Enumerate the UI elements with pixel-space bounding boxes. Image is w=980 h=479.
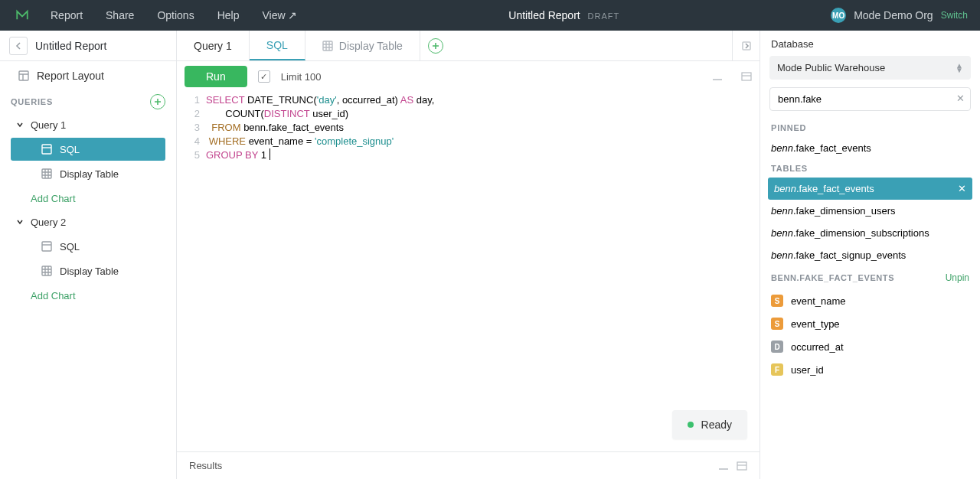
report-title[interactable]: Untitled Report [508,9,580,21]
toggle-panel-button[interactable] [732,31,760,60]
report-layout-label: Report Layout [37,70,165,82]
chevron-down-icon [15,120,24,129]
limit-checkbox[interactable]: ✓ [258,70,270,83]
top-menu: Report Share Options Help View ↗ [44,9,297,21]
line-gutter: 12345 [177,92,206,451]
svg-rect-6 [743,42,750,50]
column-item[interactable]: Sevent_type [760,312,980,335]
query-row[interactable]: Query 1 [0,113,176,136]
minimize-icon[interactable] [718,462,729,470]
sidebar-title-row: Untitled Report [0,31,176,61]
svg-rect-8 [737,462,746,470]
tab-query-1[interactable]: Query 1 [177,31,250,60]
table-item[interactable]: benn.fake_fact_signup_events [760,244,980,266]
unpin-link[interactable]: Unpin [946,272,969,283]
org-area: MO Mode Demo Org Switch [831,8,980,23]
column-item[interactable]: Sevent_name [760,289,980,312]
status-chip: Ready [672,410,747,439]
switch-org-link[interactable]: Switch [941,10,968,21]
svg-rect-0 [19,71,28,80]
query-name: Query 2 [31,217,66,228]
query-name: Query 1 [31,119,66,131]
database-value: Mode Public Warehouse [777,62,885,73]
schema-panel: Database Mode Public Warehouse ▲▼ ✕ PINN… [760,31,980,479]
panel-icon[interactable] [741,72,752,81]
logo[interactable] [0,8,44,22]
chevron-down-icon [15,217,24,226]
report-layout-row[interactable]: Report Layout [0,61,176,90]
code-area[interactable]: SELECT DATE_TRUNC('day', occurred_at) AS… [206,92,760,451]
clear-search-button[interactable]: ✕ [956,93,965,104]
updown-icon: ▲▼ [956,64,963,73]
type-badge: D [771,341,783,353]
menu-report[interactable]: Report [51,9,83,21]
menu-options[interactable]: Options [157,9,194,21]
status-dot-icon [688,422,694,428]
queries-label: QUERIES [11,97,53,106]
svg-rect-2 [42,169,51,178]
table-icon [322,41,333,51]
topbar: Report Share Options Help View ↗ Untitle… [0,0,980,31]
column-name: event_name [791,295,846,307]
table-item[interactable]: benn.fake_dimension_subscriptions [760,222,980,244]
type-badge: F [771,363,783,376]
code-line[interactable]: COUNT(DISTINCT user_id) [206,107,760,121]
menu-share[interactable]: Share [106,9,134,21]
svg-rect-3 [42,242,51,251]
add-chart-button[interactable]: Add Chart [0,187,176,210]
panel-icon[interactable] [737,461,747,471]
table-item[interactable]: benn.fake_fact_events [760,137,980,159]
org-avatar[interactable]: MO [831,8,846,23]
menu-help[interactable]: Help [217,9,240,21]
plus-icon [432,42,439,50]
code-line[interactable]: WHERE event_name = 'complete_signup' [206,135,760,148]
add-query-button[interactable] [150,94,165,109]
results-bar[interactable]: Results [177,451,760,479]
query-item-sql[interactable]: SQL [11,235,165,258]
editor-tabs: Query 1SQLDisplay Table [177,31,760,61]
query-item-label: SQL [60,144,80,155]
plus-icon [154,98,162,106]
query-item-label: Display Table [60,168,119,180]
tab-display-table[interactable]: Display Table [305,31,420,60]
table-item[interactable]: benn.fake_fact_events✕ [768,178,972,200]
sql-editor[interactable]: 12345 SELECT DATE_TRUNC('day', occurred_… [177,92,760,451]
code-line[interactable]: FROM benn.fake_fact_events [206,121,760,135]
org-name[interactable]: Mode Demo Org [854,9,933,21]
close-icon[interactable]: ✕ [958,183,966,194]
columns-table-name: BENN.FAKE_FACT_EVENTS [771,273,894,282]
code-line[interactable]: SELECT DATE_TRUNC('day', occurred_at) AS… [206,93,760,107]
pinned-label: PINNED [760,119,980,137]
column-item[interactable]: Doccurred_at [760,335,980,358]
query-item-display-table[interactable]: Display Table [11,259,165,282]
table-item[interactable]: benn.fake_dimension_users [760,200,980,222]
column-item[interactable]: Fuser_id [760,358,980,381]
query-item-sql[interactable]: SQL [11,138,165,161]
draft-badge: DRAFT [588,11,620,21]
database-label: Database [760,31,980,53]
mode-logo-icon [15,8,29,22]
query-row[interactable]: Query 2 [0,210,176,233]
code-line[interactable]: GROUP BY 1 [206,148,760,162]
sql-icon [41,241,52,252]
run-button[interactable]: Run [185,66,247,87]
query-item-display-table[interactable]: Display Table [11,162,165,185]
svg-rect-1 [42,145,51,154]
minimize-icon[interactable] [712,73,723,80]
svg-rect-4 [42,266,51,275]
main: Query 1SQLDisplay Table Run ✓ Limit 100 [177,31,760,479]
table-search-input[interactable] [769,87,971,111]
type-badge: S [771,295,783,307]
svg-rect-5 [323,41,332,51]
tab-label: Query 1 [194,40,232,52]
back-button[interactable] [9,37,28,55]
add-chart-button[interactable]: Add Chart [0,284,176,308]
menu-view[interactable]: View ↗ [262,9,297,21]
database-select[interactable]: Mode Public Warehouse ▲▼ [769,56,971,80]
columns-header: BENN.FAKE_FACT_EVENTS Unpin [760,266,980,286]
table-search: ✕ [769,87,971,111]
add-tab-button[interactable] [420,31,451,60]
column-name: occurred_at [791,341,844,353]
tab-sql[interactable]: SQL [250,31,305,60]
layout-icon [18,70,29,81]
